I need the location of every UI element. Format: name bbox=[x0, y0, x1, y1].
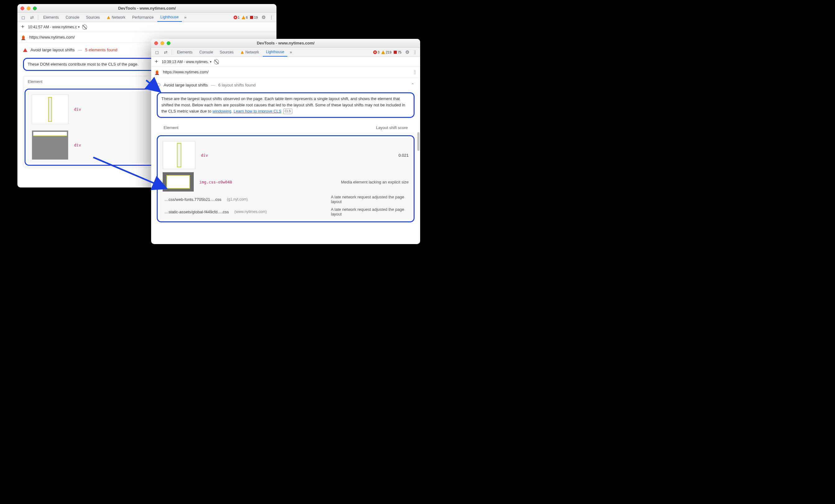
report-dropdown[interactable]: 10:41:57 AM - www.nytimes.c▾ bbox=[28, 25, 80, 29]
tabs-overflow-icon[interactable]: » bbox=[183, 15, 188, 20]
warnings-badge[interactable]: 6 bbox=[242, 16, 248, 19]
titlebar[interactable]: DevTools - www.nytimes.com/ bbox=[17, 4, 277, 13]
element-tag: img.css-o9w048 bbox=[199, 180, 232, 184]
root-cause: Media element lacking an explicit size bbox=[341, 180, 409, 184]
audit-row[interactable]: Avoid large layout shifts — 6 layout shi… bbox=[157, 81, 414, 89]
report-url: https://www.nytimes.com/ bbox=[163, 70, 209, 74]
kebab-icon[interactable]: ⋮ bbox=[412, 50, 418, 55]
svg-rect-6 bbox=[21, 40, 25, 40]
svg-marker-0 bbox=[107, 16, 110, 19]
violations-badge[interactable]: 75 bbox=[393, 50, 402, 54]
tabs-overflow-icon[interactable]: » bbox=[288, 50, 294, 55]
element-thumbnail bbox=[163, 172, 194, 191]
tab-performance[interactable]: Performance bbox=[129, 13, 157, 22]
titlebar[interactable]: DevTools - www.nytimes.com/ bbox=[151, 39, 420, 47]
svg-marker-9 bbox=[381, 50, 385, 54]
svg-marker-7 bbox=[241, 51, 244, 54]
audit-title: Avoid large layout shifts bbox=[30, 47, 75, 52]
chevron-up-icon[interactable]: ⌃ bbox=[411, 82, 414, 87]
element-thumbnail bbox=[32, 130, 68, 160]
inspect-icon[interactable]: ◻ bbox=[153, 50, 161, 55]
svg-marker-12 bbox=[156, 70, 158, 71]
gear-icon[interactable]: ⚙ bbox=[405, 49, 409, 55]
col-score: Layout shift score bbox=[376, 125, 408, 130]
tab-console[interactable]: Console bbox=[196, 47, 216, 57]
tab-sources[interactable]: Sources bbox=[217, 47, 237, 57]
svg-rect-11 bbox=[156, 71, 158, 74]
devtools-tabbar: ◻ ⇄ Elements Console Sources Network Lig… bbox=[151, 47, 420, 57]
table-row[interactable]: img.css-o9w048 Media element lacking an … bbox=[163, 172, 409, 191]
element-tag: div bbox=[201, 153, 208, 158]
audit-count: 5 elements found bbox=[85, 47, 118, 52]
new-report-icon[interactable]: + bbox=[20, 24, 25, 30]
col-element: Element bbox=[28, 79, 43, 84]
devtools-window-new: DevTools - www.nytimes.com/ ◻ ⇄ Elements… bbox=[151, 39, 420, 244]
device-icon[interactable]: ⇄ bbox=[28, 15, 36, 20]
report-dropdown[interactable]: 10:39:13 AM - www.nytimes.▾ bbox=[162, 60, 211, 64]
window-title: DevTools - www.nytimes.com/ bbox=[151, 41, 420, 45]
tab-console[interactable]: Console bbox=[62, 13, 82, 22]
clear-icon[interactable] bbox=[82, 25, 87, 29]
warning-icon bbox=[107, 16, 110, 19]
tab-lighthouse[interactable]: Lighthouse bbox=[157, 13, 182, 22]
devtools-tabbar: ◻ ⇄ Elements Console Sources Network Per… bbox=[17, 13, 277, 22]
svg-rect-10 bbox=[394, 51, 397, 54]
window-title: DevTools - www.nytimes.com/ bbox=[17, 6, 277, 10]
resource-host: (g1.nyt.com) bbox=[227, 197, 248, 202]
layout-shift-score: 0.021 bbox=[399, 153, 409, 158]
learn-cls-link[interactable]: Learn how to improve CLS bbox=[233, 109, 282, 113]
lighthouse-toolbar: + 10:41:57 AM - www.nytimes.c▾ bbox=[17, 22, 277, 32]
clear-icon[interactable] bbox=[214, 59, 219, 64]
root-cause: A late network request adjusted the page… bbox=[331, 195, 409, 204]
audit-description: These are the largest layout shifts obse… bbox=[161, 96, 410, 114]
tab-elements[interactable]: Elements bbox=[40, 13, 62, 22]
cls-badge: CLS bbox=[283, 108, 292, 114]
errors-badge[interactable]: 3 bbox=[373, 50, 380, 54]
lighthouse-logo-icon bbox=[21, 35, 26, 40]
violations-badge[interactable]: 19 bbox=[250, 16, 258, 19]
root-cause: A late network request adjusted the page… bbox=[331, 207, 409, 216]
report-url: https://www.nytimes.com/ bbox=[29, 35, 75, 40]
warning-icon bbox=[240, 50, 244, 54]
element-thumbnail bbox=[32, 94, 68, 124]
lighthouse-logo-icon bbox=[154, 69, 160, 75]
element-tag: div bbox=[74, 143, 81, 147]
device-icon[interactable]: ⇄ bbox=[162, 50, 170, 55]
resource-file: …static-assets/global-f449cfd….css bbox=[164, 210, 229, 214]
caret-down-icon: ▾ bbox=[78, 25, 80, 28]
svg-rect-13 bbox=[155, 74, 159, 75]
new-report-icon[interactable]: + bbox=[154, 59, 159, 65]
rows-callout: div 0.021 img.css-o9w048 Media element l… bbox=[157, 135, 414, 222]
warnings-badge[interactable]: 219 bbox=[381, 50, 391, 54]
audit-content: Avoid large layout shifts — 6 layout shi… bbox=[151, 78, 420, 226]
gear-icon[interactable]: ⚙ bbox=[262, 15, 266, 20]
element-thumbnail bbox=[163, 141, 195, 169]
svg-rect-3 bbox=[250, 16, 253, 19]
issue-badges[interactable]: 3 219 75 bbox=[373, 50, 402, 54]
issue-badges[interactable]: 1 6 19 bbox=[233, 16, 258, 19]
tab-network[interactable]: Network bbox=[104, 13, 128, 22]
tab-lighthouse[interactable]: Lighthouse bbox=[263, 47, 287, 57]
errors-badge[interactable]: 1 bbox=[233, 16, 240, 19]
report-menu-icon[interactable]: ⋮ bbox=[413, 70, 417, 74]
scrollbar[interactable] bbox=[418, 132, 420, 151]
audit-title: Avoid large layout shifts bbox=[164, 83, 208, 87]
lighthouse-toolbar: + 10:39:13 AM - www.nytimes.▾ bbox=[151, 57, 420, 67]
tab-elements[interactable]: Elements bbox=[174, 47, 196, 57]
inspect-icon[interactable]: ◻ bbox=[19, 15, 27, 20]
svg-marker-2 bbox=[242, 16, 245, 19]
tab-sources[interactable]: Sources bbox=[83, 13, 103, 22]
url-row: https://www.nytimes.com/ ⋮ bbox=[151, 67, 420, 78]
info-icon bbox=[157, 83, 161, 87]
kebab-icon[interactable]: ⋮ bbox=[268, 15, 274, 20]
audit-count: 6 layout shifts found bbox=[218, 83, 256, 87]
windowing-link[interactable]: windowing bbox=[212, 109, 231, 113]
fail-icon bbox=[23, 48, 27, 52]
table-row[interactable]: div 0.021 bbox=[163, 141, 409, 169]
description-callout: These are the largest layout shifts obse… bbox=[157, 92, 414, 118]
table-row[interactable]: …static-assets/global-f449cfd….css (www.… bbox=[163, 207, 409, 216]
table-row[interactable]: …css/web-fonts.7705b21….css (g1.nyt.com)… bbox=[163, 195, 409, 204]
svg-rect-4 bbox=[22, 36, 24, 40]
tab-network[interactable]: Network bbox=[237, 47, 262, 57]
svg-marker-5 bbox=[22, 35, 24, 36]
